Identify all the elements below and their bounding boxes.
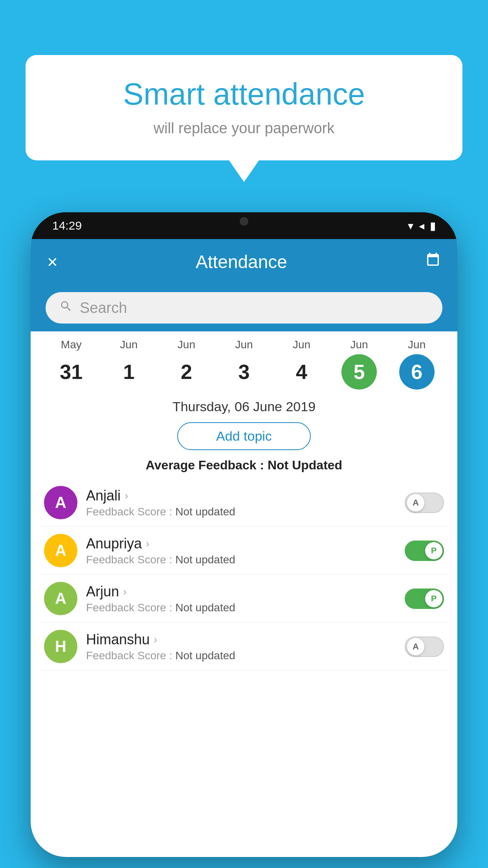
chevron-icon: › xyxy=(125,489,128,502)
student-score: Feedback Score : Not updated xyxy=(86,601,405,614)
phone-camera xyxy=(240,217,248,226)
student-name: Anupriya › xyxy=(86,535,405,552)
student-item[interactable]: AAnjali ›Feedback Score : Not updatedA xyxy=(40,479,448,527)
student-avatar: A xyxy=(44,534,77,567)
cal-month-label: Jun xyxy=(178,338,195,351)
student-item[interactable]: AArjun ›Feedback Score : Not updatedP xyxy=(40,575,448,623)
close-button[interactable]: × xyxy=(47,251,58,272)
cal-month-label: Jun xyxy=(350,338,368,351)
student-name: Himanshu › xyxy=(86,631,405,648)
cal-date-label: 3 xyxy=(226,354,262,390)
avg-feedback-label: Average Feedback : xyxy=(146,458,268,472)
cal-month-label: Jun xyxy=(120,338,138,351)
attendance-toggle[interactable]: A xyxy=(405,493,444,513)
toggle-knob: P xyxy=(425,542,442,559)
search-icon xyxy=(59,300,73,316)
student-info: Anupriya ›Feedback Score : Not updated xyxy=(77,535,405,566)
attendance-toggle[interactable]: P xyxy=(405,541,444,561)
calendar-day-5[interactable]: Jun5 xyxy=(336,338,383,390)
student-score: Feedback Score : Not updated xyxy=(86,649,405,662)
cal-date-label: 5 xyxy=(341,354,377,390)
calendar-day-3[interactable]: Jun3 xyxy=(220,338,268,390)
battery-icon: ▮ xyxy=(430,219,436,232)
student-info: Arjun ›Feedback Score : Not updated xyxy=(77,583,405,614)
chevron-icon: › xyxy=(123,585,127,598)
cal-month-label: May xyxy=(61,338,82,351)
speech-bubble-container: Smart attendance will replace your paper… xyxy=(26,55,462,182)
student-item[interactable]: AAnupriya ›Feedback Score : Not updatedP xyxy=(40,527,448,575)
student-info: Himanshu ›Feedback Score : Not updated xyxy=(77,631,405,662)
calendar-day-6[interactable]: Jun6 xyxy=(393,338,440,390)
average-feedback: Average Feedback : Not Updated xyxy=(31,454,457,479)
calendar-row: May31Jun1Jun2Jun3Jun4Jun5Jun6 xyxy=(39,338,449,390)
app-bar-title: Attendance xyxy=(58,251,425,272)
date-label: Thursday, 06 June 2019 xyxy=(31,393,457,418)
phone-status-bar: 14:29 ▾ ◂ ▮ xyxy=(31,212,457,239)
wifi-icon: ▾ xyxy=(408,219,413,232)
search-bar[interactable]: Search xyxy=(46,292,442,324)
phone-notch xyxy=(213,212,275,230)
student-avatar: A xyxy=(44,582,77,615)
speech-bubble-title: Smart attendance xyxy=(49,77,439,112)
phone-time: 14:29 xyxy=(52,219,82,232)
student-name: Anjali › xyxy=(86,487,405,504)
add-topic-button[interactable]: Add topic xyxy=(177,422,311,450)
student-info: Anjali ›Feedback Score : Not updated xyxy=(77,487,405,518)
avg-feedback-value: Not Updated xyxy=(268,458,342,472)
student-item[interactable]: HHimanshu ›Feedback Score : Not updatedA xyxy=(40,623,448,671)
calendar-days: May31Jun1Jun2Jun3Jun4Jun5Jun6 xyxy=(42,338,446,390)
cal-month-label: Jun xyxy=(235,338,253,351)
cal-date-label: 6 xyxy=(399,354,435,390)
cal-month-label: Jun xyxy=(408,338,426,351)
phone-status-icons: ▾ ◂ ▮ xyxy=(408,219,436,232)
cal-month-label: Jun xyxy=(293,338,310,351)
student-score: Feedback Score : Not updated xyxy=(86,554,405,566)
speech-bubble-tail xyxy=(229,160,259,182)
search-bar-wrapper: Search xyxy=(31,284,457,331)
cal-date-label: 1 xyxy=(111,354,147,390)
calendar-day-2[interactable]: Jun2 xyxy=(163,338,210,390)
student-avatar: A xyxy=(44,486,77,519)
calendar-day-31[interactable]: May31 xyxy=(48,338,95,390)
app-bar: × Attendance xyxy=(31,239,457,284)
cal-date-label: 31 xyxy=(53,354,89,390)
search-placeholder: Search xyxy=(80,300,127,316)
student-list: AAnjali ›Feedback Score : Not updatedAAA… xyxy=(31,479,457,671)
calendar-icon[interactable] xyxy=(425,252,441,271)
chevron-icon: › xyxy=(154,633,157,646)
toggle-knob: A xyxy=(407,638,424,655)
attendance-toggle[interactable]: A xyxy=(405,636,444,657)
student-score: Feedback Score : Not updated xyxy=(86,506,405,518)
toggle-knob: A xyxy=(407,494,424,511)
speech-bubble: Smart attendance will replace your paper… xyxy=(26,55,462,160)
student-avatar: H xyxy=(44,630,77,663)
signal-icon: ◂ xyxy=(419,219,424,232)
phone-screen: × Attendance Search xyxy=(31,239,457,857)
calendar-day-1[interactable]: Jun1 xyxy=(105,338,152,390)
student-name: Arjun › xyxy=(86,583,405,600)
chevron-icon: › xyxy=(146,537,149,550)
cal-date-label: 4 xyxy=(284,354,319,390)
calendar-strip: May31Jun1Jun2Jun3Jun4Jun5Jun6 xyxy=(31,331,457,393)
attendance-toggle[interactable]: P xyxy=(405,588,444,609)
phone-frame: 14:29 ▾ ◂ ▮ × Attendance xyxy=(31,212,457,857)
toggle-knob: P xyxy=(425,590,442,607)
cal-date-label: 2 xyxy=(169,354,204,390)
calendar-day-4[interactable]: Jun4 xyxy=(278,338,325,390)
speech-bubble-subtitle: will replace your paperwork xyxy=(49,120,439,137)
